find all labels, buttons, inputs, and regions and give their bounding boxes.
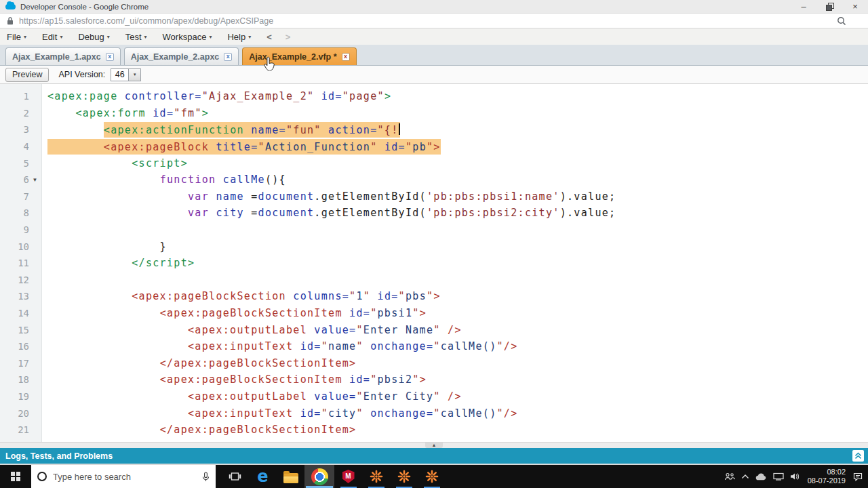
code-line[interactable]: 4 <apex:pageBlock title="Action_Function…	[0, 138, 868, 155]
preview-button[interactable]: Preview	[5, 68, 49, 82]
zoom-page-icon[interactable]	[837, 16, 846, 26]
line-number: 4	[0, 141, 29, 152]
microphone-icon[interactable]	[202, 472, 210, 482]
code-token: pbsi1	[378, 307, 413, 319]
code-line[interactable]: 7 var name =document.getElementById('pb:…	[0, 188, 868, 205]
line-number: 20	[0, 408, 29, 419]
taskbar-clock[interactable]: 08:02 08-07-2019	[808, 468, 846, 485]
code-line[interactable]: 3 <apex:actionFunction name="fun" action…	[0, 121, 868, 138]
code-line[interactable]: 18 <apex:pageBlockSectionItem id="pbsi2"…	[0, 371, 868, 388]
restore-button[interactable]	[816, 0, 842, 13]
code-line[interactable]: 14 <apex:pageBlockSectionItem id="pbsi1"…	[0, 305, 868, 322]
line-number: 8	[0, 207, 29, 218]
speaker-icon[interactable]	[790, 472, 800, 481]
chevron-down-icon[interactable]: ▾	[129, 68, 141, 81]
mcafee-button[interactable]: M	[334, 465, 362, 488]
app-orange-2-button[interactable]	[390, 465, 418, 488]
tab-ajax-example-2-vfp[interactable]: Ajax_Example_2.vfp *x	[242, 47, 356, 65]
edge-button[interactable]: e	[249, 465, 277, 488]
code-line[interactable]: 20 <apex:inputText id="city" onchange="c…	[0, 405, 868, 422]
taskbar-search[interactable]	[31, 465, 216, 488]
code-line[interactable]: 1<apex:page controller="Ajax_Example_2" …	[0, 88, 868, 105]
code-token: Action_Function	[265, 140, 370, 152]
code-token: 'pb:pbs:pbsi2:city'	[427, 207, 560, 219]
tab-close-icon[interactable]: x	[106, 53, 114, 61]
code-text: <apex:outputLabel value="Enter City" />	[47, 390, 462, 403]
code-token: <apex:pageBlock	[104, 140, 209, 152]
tab-ajax-example-1-apxc[interactable]: Ajax_Example_1.apxcx	[5, 47, 121, 65]
menu-items: File▾Edit▾Debug▾Test▾Workspace▾Help▾	[7, 32, 267, 42]
action-center-icon[interactable]	[853, 472, 863, 481]
code-line[interactable]: 17 </apex:pageBlockSectionItem>	[0, 355, 868, 372]
menu-edit[interactable]: Edit▾	[42, 32, 62, 42]
tab-strip: Ajax_Example_1.apxcxAjax_Example_2.apxcx…	[5, 47, 360, 65]
lock-icon[interactable]	[7, 16, 14, 25]
menu-help[interactable]: Help▾	[227, 32, 251, 42]
code-token: "	[399, 290, 406, 302]
code-token: >	[384, 90, 391, 102]
code-token: "	[433, 340, 440, 352]
code-editor[interactable]: 1<apex:page controller="Ajax_Example_2" …	[0, 84, 868, 442]
file-explorer-button[interactable]	[277, 465, 304, 488]
onedrive-icon[interactable]	[755, 473, 767, 481]
editor-toolbar: Preview API Version: 46 ▾	[0, 66, 868, 84]
code-line[interactable]: 8 var city =document.getElementById('pb:…	[0, 205, 868, 222]
code-line[interactable]: 12	[0, 272, 868, 289]
code-token: "	[363, 290, 370, 302]
app-orange-1-button[interactable]	[362, 465, 390, 488]
task-view-button[interactable]	[221, 465, 249, 488]
minimize-button[interactable]: –	[791, 0, 816, 13]
expand-panel-button[interactable]	[852, 450, 864, 462]
code-token: title=	[209, 140, 258, 152]
nav-forward-button[interactable]: >	[285, 32, 291, 42]
logs-panel-bar[interactable]: Logs, Tests, and Problems	[0, 448, 868, 464]
code-token: >	[420, 373, 427, 386]
code-line[interactable]: 11 </script>	[0, 255, 868, 272]
code-token: =	[244, 207, 258, 219]
close-button[interactable]: ×	[842, 0, 868, 13]
start-button[interactable]	[0, 465, 31, 488]
fold-arrow-icon[interactable]: ▼	[29, 177, 41, 183]
code-line[interactable]: 10 }	[0, 238, 868, 255]
code-line[interactable]: 9	[0, 222, 868, 239]
code-line[interactable]: 21 </apex:pageBlockSectionItem>	[0, 422, 868, 439]
code-token	[47, 307, 160, 319]
tab-ajax-example-2-apxc[interactable]: Ajax_Example_2.apxcx	[124, 47, 239, 65]
orange-flower-icon	[397, 470, 411, 483]
code-token	[47, 290, 132, 302]
tab-close-icon[interactable]: x	[224, 53, 232, 61]
network-icon[interactable]	[773, 472, 784, 481]
tray-chevron-up-icon[interactable]	[741, 474, 749, 479]
api-version-label: API Version:	[58, 70, 105, 79]
line-number-gutter: 15	[0, 325, 42, 336]
code-token: <apex:pageBlockSectionItem	[160, 307, 342, 319]
splitter-handle-icon[interactable]: ▲	[425, 443, 443, 448]
code-token: 1	[356, 290, 363, 302]
code-line[interactable]: 5 <script>	[0, 155, 868, 171]
code-line[interactable]: 16 <apex:inputText id="name" onchange="c…	[0, 338, 868, 355]
search-input[interactable]	[53, 472, 196, 482]
code-line[interactable]: 15 <apex:outputLabel value="Enter Name" …	[0, 321, 868, 338]
code-line[interactable]: 2 <apex:form id="fm">	[0, 105, 868, 122]
panel-splitter[interactable]: ▲	[0, 442, 868, 448]
line-number: 15	[0, 325, 29, 336]
code-line[interactable]: 19 <apex:outputLabel value="Enter City" …	[0, 388, 868, 405]
people-icon[interactable]	[724, 472, 735, 481]
text-cursor	[399, 123, 400, 135]
menu-workspace[interactable]: Workspace▾	[163, 32, 212, 42]
code-token: (){	[265, 174, 286, 186]
code-line[interactable]: 6▼ function callMe(){	[0, 171, 868, 188]
code-text: function callMe(){	[47, 174, 286, 186]
code-line[interactable]: 13 <apex:pageBlockSection columns="1" id…	[0, 288, 868, 305]
tab-close-icon[interactable]: x	[342, 53, 350, 61]
app-orange-3-button[interactable]	[418, 465, 446, 488]
menu-test[interactable]: Test▾	[125, 32, 147, 42]
code-token: "fm"	[174, 107, 201, 119]
menu-file[interactable]: File▾	[7, 32, 26, 42]
chrome-button[interactable]	[304, 465, 334, 488]
menu-debug[interactable]: Debug▾	[78, 32, 109, 42]
code-token: <apex:inputText	[188, 407, 293, 420]
nav-back-button[interactable]: <	[267, 32, 272, 42]
selection-highlight: <apex:pageBlock title="Action_Function" …	[47, 139, 441, 155]
api-version-select[interactable]: 46 ▾	[111, 68, 141, 81]
